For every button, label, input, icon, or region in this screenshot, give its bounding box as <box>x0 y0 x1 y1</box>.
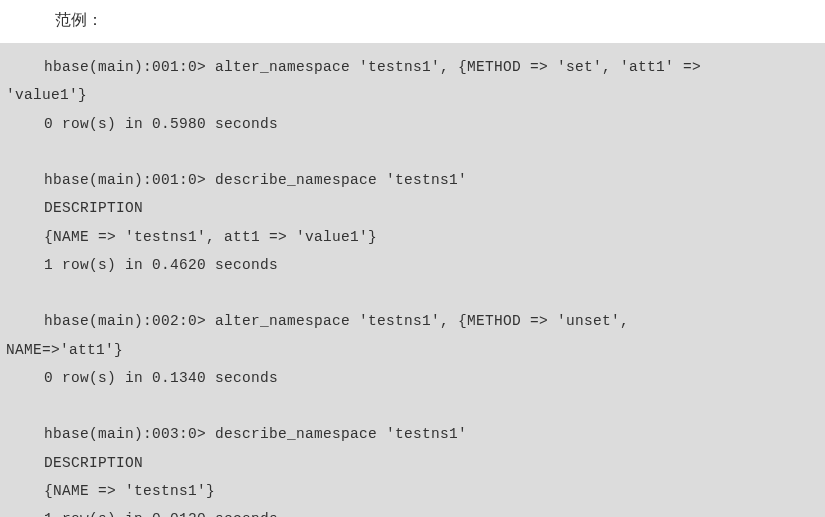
code-line: 0 row(s) in 0.1340 seconds <box>0 364 825 392</box>
code-line: hbase(main):001:0> describe_namespace 't… <box>0 166 825 194</box>
code-line: 1 row(s) in 0.0120 seconds <box>0 505 825 517</box>
code-blank-line <box>0 279 825 307</box>
code-line: hbase(main):002:0> alter_namespace 'test… <box>0 307 825 335</box>
example-heading: 范例： <box>0 0 825 43</box>
code-blank-line <box>0 138 825 166</box>
code-line: DESCRIPTION <box>0 194 825 222</box>
code-line: 1 row(s) in 0.4620 seconds <box>0 251 825 279</box>
code-line: {NAME => 'testns1'} <box>0 477 825 505</box>
code-line: NAME=>'att1'} <box>0 336 825 364</box>
code-line: DESCRIPTION <box>0 449 825 477</box>
code-block: hbase(main):001:0> alter_namespace 'test… <box>0 43 825 517</box>
code-blank-line <box>0 392 825 420</box>
code-line: 0 row(s) in 0.5980 seconds <box>0 110 825 138</box>
code-line: hbase(main):003:0> describe_namespace 't… <box>0 420 825 448</box>
code-line: 'value1'} <box>0 81 825 109</box>
code-line: hbase(main):001:0> alter_namespace 'test… <box>0 53 825 81</box>
code-line: {NAME => 'testns1', att1 => 'value1'} <box>0 223 825 251</box>
